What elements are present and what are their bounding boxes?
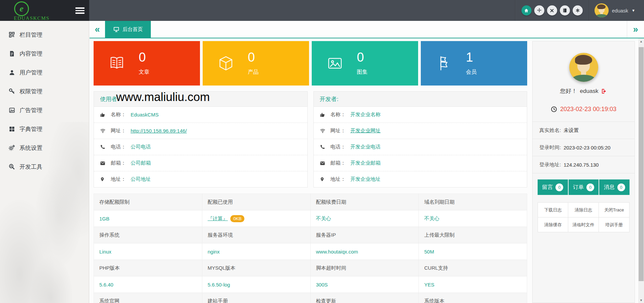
close-trace-button[interactable]: 关闭Trace: [599, 202, 630, 217]
logo-block: e EDUASKCMS: [0, 0, 89, 21]
clock-icon: [551, 106, 557, 112]
close-icon[interactable]: [547, 5, 557, 15]
thumbs-up-icon: [100, 112, 107, 117]
brand-name: EDUASKCMS: [14, 15, 49, 21]
field-login-time: 登录时间: 2023-02-23 00:05:20: [533, 139, 635, 156]
hamburger-menu-icon[interactable]: [75, 7, 84, 15]
scroll-up-arrow-icon[interactable]: ▲: [638, 38, 644, 44]
asterisk-icon[interactable]: [573, 5, 583, 15]
topbar: eduask ▼: [89, 0, 644, 21]
table-cell: 5.6.40: [94, 276, 202, 293]
gears-icon: [8, 144, 15, 152]
cube-icon: [217, 54, 235, 72]
sidebar-item-columns[interactable]: 栏目管理: [0, 25, 89, 44]
info-panels-row: 使用者: 名称： EduaskCMS 网址： http://150.158.96…: [94, 91, 527, 188]
sidebar-item-dictionary[interactable]: 字典管理: [0, 120, 89, 138]
clear-temp-files-button[interactable]: 清临时文件: [568, 217, 599, 232]
table-header-cell: CURL支持: [419, 260, 527, 276]
greeting-username: eduask: [580, 88, 599, 95]
panel-row-phone: 电话： 开发企业电话: [314, 139, 527, 155]
panel-row-phone: 电话： 公司电话: [94, 139, 307, 155]
dev-address-link[interactable]: 开发企业地址: [350, 176, 381, 182]
tab-dashboard[interactable]: 后台首页: [105, 21, 151, 38]
clear-log-button[interactable]: 清除日志: [568, 202, 599, 217]
logout-icon[interactable]: [601, 88, 607, 94]
dev-phone-link[interactable]: 开发企业电话: [350, 144, 381, 150]
server-time-row: 2023-02-23 00:19:03: [533, 106, 635, 113]
calculate-link[interactable]: 『计算』: [208, 215, 228, 221]
key-icon: [8, 88, 15, 95]
sidebar-item-label: 权限管理: [20, 88, 42, 95]
book-icon[interactable]: [560, 5, 570, 15]
table-cell: YES: [419, 276, 527, 293]
messages-button[interactable]: 留言 0: [538, 179, 568, 195]
table-header-cell: 建站手册: [202, 293, 310, 303]
username: eduask: [612, 8, 628, 13]
field-value: 未设置: [564, 127, 579, 134]
table-header-cell: 服务器环境: [202, 227, 310, 243]
field-value: 2023-02-23 00:05:20: [564, 145, 610, 150]
sidebar-item-content[interactable]: 内容管理: [0, 44, 89, 63]
panel-user: 使用者: 名称： EduaskCMS 网址： http://150.158.96…: [94, 91, 308, 188]
search-plus-icon: [8, 163, 15, 170]
table-header-cell: MYSQL版本: [202, 260, 310, 276]
topbar-icon-group: [515, 5, 589, 15]
sidebar-nav: 栏目管理 内容管理 用户管理 权限管理 广告管理 字典管理 系统设置 开发工具: [0, 21, 89, 303]
sidebar-item-users[interactable]: 用户管理: [0, 63, 89, 82]
stat-value: 1: [466, 51, 477, 64]
table-header-row: 操作系统 服务器环境 服务器IP 上传最大限制: [94, 227, 527, 243]
admin-dashboard: e EDUASKCMS: [0, 0, 644, 303]
field-label: 网址：: [331, 128, 346, 134]
table-cell: www.houtaiqx.com: [310, 243, 419, 260]
user-panel: 您好！ eduask 2023-02-23 00:19:03 真实姓名: 未设置…: [532, 41, 635, 303]
address-link[interactable]: 公司地址: [131, 176, 151, 182]
logo-glyph: e: [20, 4, 24, 13]
table-header-cell: 存储配额限制: [94, 194, 202, 210]
field-label: 名称：: [331, 111, 346, 118]
stat-card-galleries[interactable]: 0 图集: [312, 41, 418, 86]
user-menu[interactable]: eduask ▼: [589, 3, 644, 18]
panel-row-url: 网址： 开发企业网址: [314, 123, 527, 139]
dev-name-link[interactable]: 开发企业名称: [350, 111, 381, 118]
tabs-scroll-right-button[interactable]: »: [627, 21, 644, 38]
email-link[interactable]: 公司邮箱: [131, 160, 151, 166]
home-icon[interactable]: [521, 5, 532, 15]
dev-email-link[interactable]: 开发企业邮箱: [350, 160, 381, 166]
notices-button[interactable]: 消息 0: [599, 179, 630, 195]
field-label: 网址：: [111, 128, 126, 134]
phone-link[interactable]: 公司电话: [131, 144, 151, 150]
panel-row-name: 名称： 开发企业名称: [314, 107, 527, 123]
panel-title: 开发者:: [314, 92, 527, 107]
sidebar-item-settings[interactable]: 系统设置: [0, 138, 89, 157]
training-manual-button[interactable]: 培训手册: [599, 217, 630, 232]
table-header-cell: PHP版本: [94, 260, 202, 276]
stat-card-articles[interactable]: 0 文章: [94, 41, 200, 86]
table-header-cell: 上传最大限制: [419, 227, 527, 243]
clear-cache-button[interactable]: 清除缓存: [538, 217, 568, 232]
sidebar-item-devtools[interactable]: 开发工具: [0, 157, 89, 176]
envelope-icon: [100, 161, 107, 166]
sidebar-item-label: 内容管理: [20, 50, 42, 58]
scroll-down-arrow-icon[interactable]: ▼: [638, 297, 644, 303]
tabs-scroll-left-button[interactable]: «: [90, 21, 105, 38]
field-label: 电话：: [331, 144, 346, 150]
download-log-button[interactable]: 下载日志: [538, 202, 568, 217]
scrollbar-thumb[interactable]: [639, 47, 644, 281]
thumbs-up-icon: [320, 112, 327, 117]
move-arrows-icon[interactable]: [534, 5, 544, 15]
table-header-cell: 系统版本: [419, 293, 527, 303]
sidebar-item-label: 用户管理: [20, 69, 42, 76]
site-name-link[interactable]: EduaskCMS: [131, 112, 159, 117]
sidebar-item-label: 广告管理: [20, 106, 42, 114]
orders-button[interactable]: 订单 0: [569, 179, 599, 195]
map-marker-icon: [320, 177, 327, 182]
panel-row-address: 地址： 公司地址: [94, 171, 307, 187]
stat-card-products[interactable]: 0 产品: [203, 41, 309, 86]
dev-url-link[interactable]: 开发企业网址: [350, 128, 381, 134]
stat-card-members[interactable]: 1 会员: [421, 41, 527, 86]
table-header-cell: 配额已使用: [202, 194, 310, 210]
sidebar-item-permissions[interactable]: 权限管理: [0, 82, 89, 101]
vertical-scrollbar[interactable]: ▲ ▼: [638, 38, 644, 303]
site-url-link[interactable]: http://150.158.96.89:146/: [131, 128, 187, 134]
sidebar-item-ads[interactable]: 广告管理: [0, 101, 89, 120]
